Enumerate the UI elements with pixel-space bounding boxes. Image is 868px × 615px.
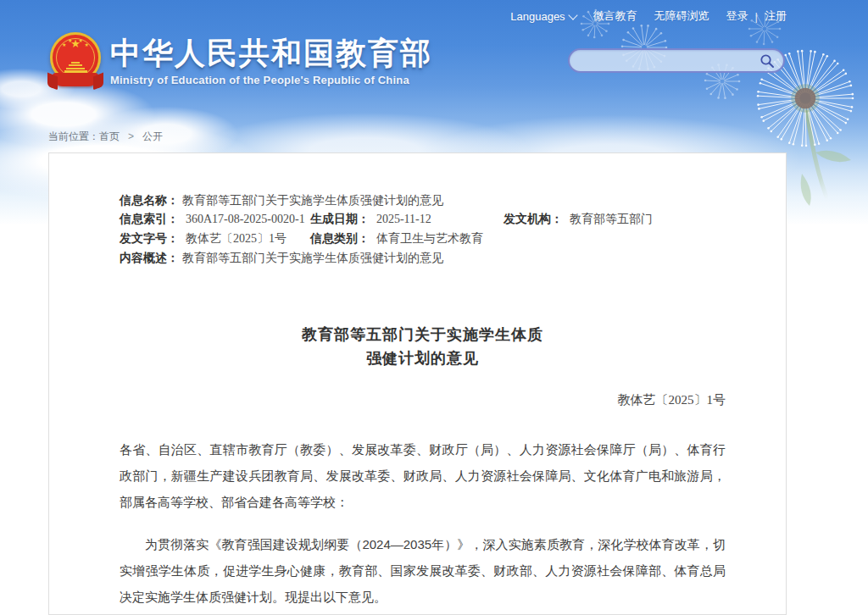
emblem-star-icon: ★ [85, 42, 89, 47]
breadcrumb-current-link[interactable]: 公开 [142, 130, 163, 142]
national-emblem-logo: ★ ★ ★ ★ ★ [48, 32, 103, 93]
info-row-summary: 内容概述： 教育部等五部门关于实施学生体质强健计划的意见 [120, 248, 764, 267]
info-label: 信息类别： [310, 231, 370, 245]
site-title-cn: 中华人民共和国教育部 [110, 36, 432, 70]
breadcrumb-home-link[interactable]: 首页 [99, 130, 120, 142]
search-input[interactable] [570, 54, 760, 67]
breadcrumb-separator-icon: > [128, 130, 134, 142]
info-label: 发文机构： [504, 212, 563, 225]
info-label: 信息索引： [120, 212, 179, 225]
site-logo[interactable]: ★ ★ ★ ★ ★ 中华人民共和国教育部 Ministry of Educati… [48, 32, 432, 93]
login-link[interactable]: 登录 [726, 8, 748, 24]
page: { "topbar": { "languages_label": "Langua… [0, 0, 868, 615]
emblem-star-icon: ★ [62, 42, 66, 47]
info-label: 生成日期： [310, 212, 370, 225]
emblem-gate-icon [62, 60, 89, 73]
languages-menu[interactable]: Languages [510, 10, 576, 23]
info-cell-index: 信息索引： 360A17-08-2025-0020-1 [120, 209, 310, 229]
auth-links: 登录 | 注册 [726, 8, 787, 24]
breadcrumb: 当前位置：首页>公开 [48, 130, 163, 144]
info-label: 信息名称： [120, 191, 179, 209]
top-utility-bar: Languages 微言教育 无障碍浏览 登录 | 注册 [510, 8, 787, 24]
search-button[interactable] [760, 53, 783, 69]
site-titles: 中华人民共和国教育部 Ministry of Education of the … [110, 32, 432, 93]
info-row-name: 信息名称： 教育部等五部门关于实施学生体质强健计划的意见 [120, 191, 764, 209]
emblem-star-icon: ★ [79, 38, 83, 43]
site-title-en: Ministry of Education of the People's Re… [110, 74, 432, 86]
article-title: 教育部等五部门关于实施学生体质 强健计划的意见 [120, 323, 726, 370]
content-panel: 信息名称： 教育部等五部门关于实施学生体质强健计划的意见 信息索引： 360A1… [48, 152, 787, 615]
info-value: 教育部等五部门关于实施学生体质强健计划的意见 [182, 248, 443, 267]
article-paragraph: 为贯彻落实《教育强国建设规划纲要（2024—2035年）》，深入实施素质教育，深… [120, 531, 726, 610]
info-row-docnum-category: 发文字号： 教体艺〔2025〕1号 信息类别： 体育卫生与艺术教育 [120, 229, 764, 248]
info-value: 360A17-08-2025-0020-1 [186, 213, 305, 225]
weiyan-education-link[interactable]: 微言教育 [593, 8, 637, 24]
emblem-ribbon [53, 73, 98, 86]
auth-divider: | [755, 10, 758, 23]
article-body: 各省、自治区、直辖市教育厅（教委）、发展改革委、财政厅（局）、人力资源社会保障厅… [120, 436, 726, 610]
document-number: 教体艺〔2025〕1号 [120, 392, 726, 408]
info-cell-date: 生成日期： 2025-11-12 [310, 209, 504, 229]
search-icon [760, 53, 775, 69]
info-value: 教育部等五部门 [570, 212, 653, 225]
languages-label: Languages [510, 10, 565, 23]
info-value: 体育卫生与艺术教育 [376, 231, 483, 245]
info-cell-docnum: 发文字号： 教体艺〔2025〕1号 [120, 229, 310, 248]
accessibility-browse-link[interactable]: 无障碍浏览 [654, 8, 709, 24]
info-cell-category: 信息类别： 体育卫生与艺术教育 [310, 229, 483, 248]
info-label: 内容概述： [120, 248, 179, 267]
search-bar [568, 48, 785, 73]
chevron-down-icon [568, 10, 577, 19]
info-label: 发文字号： [120, 231, 179, 245]
article-title-line1: 教育部等五部门关于实施学生体质 [120, 323, 726, 346]
info-value: 教体艺〔2025〕1号 [186, 232, 287, 245]
breadcrumb-prefix: 当前位置： [48, 130, 99, 142]
info-value: 2025-11-12 [376, 213, 431, 225]
document-info-table: 信息名称： 教育部等五部门关于实施学生体质强健计划的意见 信息索引： 360A1… [120, 191, 764, 267]
article-paragraph: 各省、自治区、直辖市教育厅（教委）、发展改革委、财政厅（局）、人力资源社会保障厅… [120, 436, 726, 515]
emblem-star-icon: ★ [68, 38, 72, 43]
info-cell-agency: 发文机构： 教育部等五部门 [504, 209, 653, 229]
article-title-line2: 强健计划的意见 [120, 346, 726, 370]
info-row-index-date-agency: 信息索引： 360A17-08-2025-0020-1 生成日期： 2025-1… [120, 209, 764, 229]
info-value: 教育部等五部门关于实施学生体质强健计划的意见 [182, 191, 443, 209]
register-link[interactable]: 注册 [765, 8, 787, 24]
